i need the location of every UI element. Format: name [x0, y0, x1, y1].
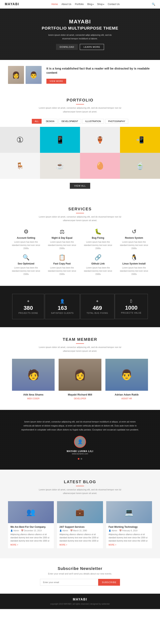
testimonial-quote: lorem ipsum dolor sit amet, consectur ad…: [20, 420, 140, 432]
stat-projects-label: Projects Done: [18, 312, 38, 314]
stat-clients-number: 163: [51, 305, 74, 311]
blog-body-1: We Are Best For Our Company. 👤 Admin 📅 D…: [8, 523, 54, 548]
footer-copyright: copyright 2019 MAYABI | all rights reser…: [4, 603, 156, 605]
blog-date-3: 📅 February 8, 2019: [119, 530, 137, 532]
service-seo-desc: Lorem ipsum has been the standard dummy …: [10, 266, 42, 276]
nav-contact[interactable]: Contact Us: [108, 3, 120, 6]
account-icon: ⚙: [10, 228, 42, 235]
service-account: ⚙ Account Setting Lorem ipsum has been t…: [10, 228, 42, 250]
nav-portfolio[interactable]: Portfolio: [75, 3, 84, 6]
stat-bugs-number: 469: [87, 305, 108, 311]
filter-development[interactable]: DEVELOPMENT: [59, 119, 81, 124]
team-grid: 🧑 Atik Ibna Shams WEB CODER 👩 Mayabi Ric…: [0, 355, 160, 402]
blog-title-block: LATEST BLOG Lorem ipsum dolor sit amet, …: [0, 472, 160, 497]
service-bug-desc: Lorem ipsum has been the standard dummy …: [82, 240, 114, 250]
portfolio-item-8[interactable]: 🍵: [120, 153, 160, 179]
portfolio-grid: ① 📱 🏺 📲 🪑 ☕ 🥚 🍵: [0, 127, 160, 179]
filter-photography[interactable]: PHOTOGRAPHY: [105, 119, 128, 124]
blog-card-1: 👥 We Are Best For Our Company. 👤 Admin 📅…: [8, 501, 54, 548]
blog-image-2: 💼: [57, 501, 103, 523]
stat-clients-label: Satisfied Clients: [51, 312, 74, 314]
view-more-button[interactable]: VIEW MORE: [46, 79, 66, 84]
portfolio-item-7[interactable]: 🥚: [80, 153, 120, 179]
portfolio-item-2[interactable]: 📱: [40, 127, 80, 153]
blog-image-1: 👥: [8, 501, 54, 523]
team-title-block: TEAM MEMBER Lorem ipsum dolor sit amet, …: [0, 329, 160, 355]
service-account-desc: Lorem ipsum has been the standard dummy …: [10, 240, 42, 250]
blog-author-2: 👤 Admin: [59, 530, 68, 532]
stat-clients: 👤 163 Satisfied Clients: [45, 294, 80, 319]
team-section: TEAM MEMBER Lorem ipsum dolor sit amet, …: [0, 327, 160, 410]
blog-title-3: Fast Working Technology: [109, 526, 149, 528]
portfolio-item-1[interactable]: ①: [0, 127, 40, 153]
filter-illustration[interactable]: ILLUSTRATION: [82, 119, 104, 124]
team-member-1: 🧑 Atik Ibna Shams WEB CODER: [12, 359, 55, 400]
newsletter-input[interactable]: [40, 579, 98, 586]
portfolio-item-5[interactable]: 🪑: [0, 153, 40, 179]
nav-links: Home About Us Portfolio Blog Shop Contac…: [51, 3, 120, 6]
download-button[interactable]: DOWNLOAD: [56, 44, 78, 50]
view-all-button[interactable]: VIEW ALL: [70, 183, 90, 189]
blog-more-3[interactable]: MORE >: [109, 544, 149, 546]
blog-excerpt-3: Adipiscing ullamco ullamco ullamco ut si…: [109, 533, 149, 542]
blog-description: Lorem ipsum dolor sit amet, consectur ad…: [34, 488, 126, 495]
filter-all[interactable]: ALL: [32, 119, 42, 124]
service-night-title: Night & Day Equal: [46, 236, 78, 239]
blog-more-2[interactable]: MORE >: [59, 544, 100, 546]
stat-projects-box: ✦ 380 Projects Done: [12, 294, 44, 319]
about-image-2: 👨: [26, 66, 42, 84]
team-description: Lorem ipsum dolor sit amet, consectur ad…: [34, 345, 126, 353]
portfolio-item-3[interactable]: 🏺: [80, 127, 120, 153]
search-icon[interactable]: 🔍: [152, 2, 155, 6]
nav-home[interactable]: Home: [51, 3, 58, 6]
blog-grid: 👥 We Are Best For Our Company. 👤 Admin 📅…: [0, 497, 160, 550]
nav-shop[interactable]: Shop: [97, 3, 104, 6]
dot-1[interactable]: [78, 458, 79, 460]
team-photo-3: 👨: [105, 359, 148, 391]
portfolio-item-4[interactable]: 📲: [120, 127, 160, 153]
service-github-desc: Lorem ipsum has been the standard dummy …: [82, 266, 114, 276]
blog-more-1[interactable]: MORE >: [11, 544, 51, 546]
subscribe-button[interactable]: SUBSCRIBE: [98, 579, 120, 586]
hero-buttons: DOWNLOAD LEARN MORE: [42, 44, 118, 50]
learn-more-button[interactable]: LEARN MORE: [80, 44, 104, 50]
hero-description: lorem ipsum dolor sit amet, consectet ad…: [46, 33, 114, 40]
services-grid: ⚙ Account Setting Lorem ipsum has been t…: [0, 224, 160, 278]
testimonial-website: www.byname.com: [16, 453, 144, 455]
seo-icon: 🔍: [10, 254, 42, 261]
testimonial-dots: [16, 458, 144, 460]
newsletter-description: Enter your email and we'll send you deta…: [16, 572, 144, 575]
dot-2[interactable]: [81, 458, 82, 460]
bug-icon: 🐛: [82, 228, 114, 235]
clients-icon: 👤: [51, 299, 74, 304]
nav-about[interactable]: About Us: [61, 3, 71, 6]
blog-title-2: 24/7 Support Services: [59, 526, 100, 528]
portfolio-item-6[interactable]: ☕: [40, 153, 80, 179]
blog-image-3: 💻: [106, 501, 152, 523]
value-icon: ₿: [121, 299, 141, 304]
stat-projects: ✦ 380 Projects Done: [12, 294, 44, 319]
blog-body-2: 24/7 Support Services 👤 Admin 📅 March 10…: [57, 523, 103, 548]
blog-card-3: 💻 Fast Working Technology 👤 Admin 📅 Febr…: [106, 501, 152, 548]
service-linux: 🐧 Linux System Install Lorem ipsum has b…: [118, 254, 150, 276]
newsletter-title: Subscribe Newsletter: [16, 566, 144, 571]
team-role-2: DEVELOPER: [74, 398, 86, 400]
service-github-title: Github Link: [82, 262, 114, 265]
service-seo: 🔍 Seo Optimized Lorem ipsum has been the…: [10, 254, 42, 276]
filter-design[interactable]: DESIGN: [43, 119, 57, 124]
about-heading: It is a long established fact that a rea…: [46, 66, 152, 75]
about-text: It is a long established fact that a rea…: [46, 66, 152, 84]
service-seo-title: Seo Optimized: [10, 262, 42, 265]
blog-divider: [76, 486, 84, 486]
testimonial-avatar: 👤: [74, 436, 86, 448]
newsletter-form: SUBSCRIBE: [40, 579, 120, 586]
nav-blog[interactable]: Blog: [87, 3, 94, 6]
stat-projects-number: 380: [18, 305, 38, 311]
stat-bugs-box: ✦ 469 Total Bug Fixing: [80, 294, 114, 319]
team-role-1: WEB CODER: [27, 398, 40, 400]
view-all-wrap: VIEW ALL: [0, 179, 160, 193]
team-name-3: Adrian Adam Rakib: [105, 393, 148, 396]
restore-icon: ↺: [118, 228, 150, 235]
services-title: SERVICES: [4, 207, 156, 211]
portfolio-section: PORTFOLIO Lorem ipsum dolor sit amet, co…: [0, 90, 160, 196]
